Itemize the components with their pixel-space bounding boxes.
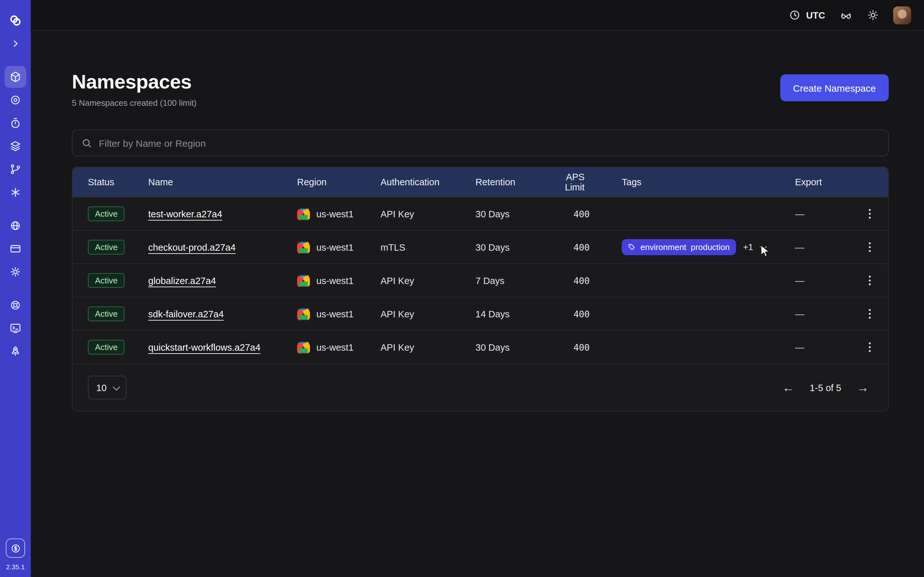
auth-cell: API Key xyxy=(381,309,475,319)
main-content: Namespaces 5 Namespaces created (100 lim… xyxy=(31,31,924,412)
theme-toggle-button[interactable] xyxy=(867,9,879,21)
header-authentication: Authentication xyxy=(381,177,475,187)
gcp-cloud-icon xyxy=(297,207,310,220)
timezone-selector[interactable]: UTC xyxy=(788,9,825,21)
credit-card-icon xyxy=(9,242,22,255)
row-menu-button[interactable] xyxy=(861,205,879,223)
retention-cell: 30 Days xyxy=(475,242,550,252)
export-cell: — xyxy=(795,309,861,319)
row-menu-button[interactable] xyxy=(861,305,879,323)
search-input[interactable] xyxy=(99,137,879,148)
header-name: Name xyxy=(148,177,297,187)
tag-chip[interactable]: environment production xyxy=(622,239,736,255)
sidebar-item-billing[interactable] xyxy=(5,238,26,259)
sidebar-expand-button[interactable] xyxy=(5,33,26,55)
namespaces-page: 2.35.1 UTC xyxy=(0,0,924,577)
timer-icon xyxy=(9,117,22,129)
tag-more-count: +1 xyxy=(743,242,753,252)
usage-button[interactable] xyxy=(6,538,25,558)
auth-cell: mTLS xyxy=(381,242,475,252)
retention-cell: 30 Days xyxy=(475,342,550,352)
sidebar-item-batch-operations[interactable] xyxy=(5,158,26,180)
table-footer: 10 ← 1-5 of 5 → xyxy=(73,364,888,411)
globe-icon xyxy=(9,219,22,232)
gcp-cloud-icon xyxy=(297,274,310,287)
create-namespace-button[interactable]: Create Namespace xyxy=(780,74,889,101)
page-size-select[interactable]: 10 xyxy=(88,376,126,400)
sidebar-item-regions[interactable] xyxy=(5,215,26,237)
export-cell: — xyxy=(795,209,861,219)
namespace-link[interactable]: globalizer.a27a4 xyxy=(148,276,216,285)
sidebar-item-getting-started[interactable] xyxy=(5,340,26,362)
region-label: us-west1 xyxy=(317,276,354,285)
search-icon xyxy=(81,137,92,148)
app-version: 2.35.1 xyxy=(6,563,25,571)
auth-cell: API Key xyxy=(381,209,475,219)
sidebar-item-schedules[interactable] xyxy=(5,112,26,134)
namespace-link[interactable]: quickstart-workflows.a27a4 xyxy=(148,342,260,352)
bullseye-icon xyxy=(9,93,22,106)
status-badge: Active xyxy=(88,340,125,355)
row-menu-button[interactable] xyxy=(861,238,879,256)
prev-page-button[interactable]: ← xyxy=(782,380,795,395)
header-aps-limit: APS Limit xyxy=(550,172,590,192)
sidebar-item-deployments[interactable] xyxy=(5,135,26,157)
namespace-link[interactable]: sdk-failover.a27a4 xyxy=(148,309,224,319)
status-badge: Active xyxy=(88,206,125,221)
header-region: Region xyxy=(297,177,381,187)
aps-cell: 400 xyxy=(550,209,590,219)
namespace-link[interactable]: test-worker.a27a4 xyxy=(148,209,222,219)
row-menu-button[interactable] xyxy=(861,271,879,290)
retention-cell: 30 Days xyxy=(475,209,550,219)
header-retention: Retention xyxy=(475,177,550,187)
temporal-logo-icon[interactable] xyxy=(5,10,26,31)
sidebar-item-support[interactable] xyxy=(5,294,26,316)
namespace-link[interactable]: checkout-prod.a27a4 xyxy=(148,242,236,252)
chevron-right-icon xyxy=(10,38,21,49)
export-cell: — xyxy=(795,276,861,285)
labs-toggle-button[interactable] xyxy=(839,8,853,22)
header-tags: Tags xyxy=(590,177,795,187)
sidebar-item-settings[interactable] xyxy=(5,261,26,283)
tag-key: environment xyxy=(640,242,686,252)
namespace-count: 5 Namespaces created (100 limit) xyxy=(72,98,197,108)
gcp-cloud-icon xyxy=(297,341,310,354)
topbar: UTC xyxy=(31,0,924,31)
table-row: Active sdk-failover.a27a4 us-west1 API K… xyxy=(73,297,888,330)
region-label: us-west1 xyxy=(317,342,354,352)
region-label: us-west1 xyxy=(317,309,354,319)
user-avatar[interactable] xyxy=(893,6,911,24)
sidebar: 2.35.1 xyxy=(0,0,31,577)
table-row: Active checkout-prod.a27a4 us-west1 mTLS… xyxy=(73,230,888,263)
sun-icon xyxy=(867,9,879,21)
clock-icon xyxy=(788,9,801,21)
region-label: us-west1 xyxy=(317,242,354,252)
filter-search[interactable] xyxy=(72,129,889,156)
namespaces-table: Status Name Region Authentication Retent… xyxy=(72,167,889,412)
tags-expand-chevron-icon[interactable] xyxy=(759,243,767,250)
dollar-circle-icon xyxy=(10,543,21,554)
status-badge: Active xyxy=(88,273,125,288)
tag-value: production xyxy=(691,242,730,252)
table-header: Status Name Region Authentication Retent… xyxy=(73,167,888,197)
sidebar-item-workflows[interactable] xyxy=(5,89,26,111)
chevron-down-icon xyxy=(113,383,120,390)
asterisk-icon xyxy=(9,186,22,199)
aps-cell: 400 xyxy=(550,276,590,285)
pagination-range: 1-5 of 5 xyxy=(810,382,841,393)
retention-cell: 7 Days xyxy=(475,276,550,285)
status-badge: Active xyxy=(88,306,125,321)
retention-cell: 14 Days xyxy=(475,309,550,319)
sidebar-item-namespaces[interactable] xyxy=(5,66,26,88)
header-export: Export xyxy=(795,177,861,187)
page-size-value: 10 xyxy=(96,382,107,393)
sidebar-item-nexus[interactable] xyxy=(5,181,26,203)
page-title: Namespaces xyxy=(72,71,197,93)
next-page-button[interactable]: → xyxy=(857,380,869,395)
timezone-label: UTC xyxy=(806,10,825,20)
row-menu-button[interactable] xyxy=(861,338,879,356)
branch-icon xyxy=(9,163,22,176)
lifebuoy-icon xyxy=(9,299,22,311)
terminal-icon xyxy=(9,322,22,335)
sidebar-item-docs[interactable] xyxy=(5,318,26,339)
